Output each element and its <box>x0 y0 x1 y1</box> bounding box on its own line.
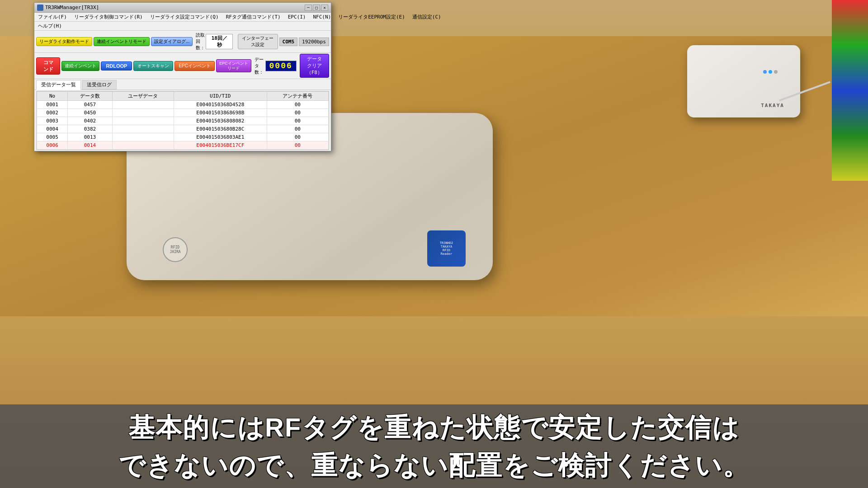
menu-eeprom[interactable]: リーダライタEEPROM設定(E) <box>336 14 407 20</box>
menu-bar: ファイル(F) リーダライタ制御コマンド(R) リーダライタ設定コマンド(Q) … <box>34 13 331 22</box>
menu-help[interactable]: ヘルプ(H) <box>36 23 64 29</box>
toolbar-row-1: リーダライタ動作モード 連続インベントリモード 設定ダイアログ... 読取回数：… <box>34 31 331 53</box>
cell-uid: E004015036803AE1 <box>174 133 267 141</box>
cell-uid: E004015036808082 <box>174 117 267 125</box>
data-table: No データ数 ユーザデータ UID/TID アンテナ番号 0001 0457 … <box>37 91 329 150</box>
cell-no: 0003 <box>37 117 68 125</box>
data-table-container: No データ数 ユーザデータ UID/TID アンテナ番号 0001 0457 … <box>36 91 329 150</box>
cell-no: 0006 <box>37 141 68 150</box>
cell-antenna: 00 <box>267 101 328 109</box>
menu-nfc[interactable]: NFC(N) <box>311 14 333 20</box>
close-button[interactable]: ✕ <box>321 5 328 11</box>
tab-receive-data[interactable]: 受信データ一覧 <box>36 80 81 90</box>
table-row: 0006 0014 E004015036BE17CF 00 <box>37 141 329 150</box>
settings-dialog-button[interactable]: 設定ダイアログ... <box>151 37 193 46</box>
cell-uid: E00401503680B28C <box>174 125 267 133</box>
toolbar-row-2: コマンド 連続インベント RDLOOP オートスキャン EPCインベント EPC… <box>34 53 331 79</box>
cell-user-data <box>112 117 174 125</box>
col-header-uid: UID/TID <box>174 92 267 101</box>
table-row: 0005 0013 E004015036803AE1 00 <box>37 133 329 141</box>
software-window: TR3RWManager[TR3X] ─ □ ✕ ファイル(F) リーダライタ制… <box>34 2 331 151</box>
right-bg <box>832 0 868 181</box>
table-row: 0001 0457 E0040150368D4528 00 <box>37 101 329 109</box>
continuous-inventory-button[interactable]: 連続インベントリモード <box>94 37 150 46</box>
title-bar: TR3RWManager[TR3X] ─ □ ✕ <box>34 3 331 13</box>
read-count-value: 18回／秒 <box>206 34 233 49</box>
read-count-box: 読取回数： 18回／秒 <box>196 32 233 51</box>
epc-inventory-button[interactable]: EPCインベント <box>175 61 215 71</box>
tab-send-log[interactable]: 送受信ログ <box>82 80 117 89</box>
table-row: 0002 0450 E00401503868698B 00 <box>37 109 329 117</box>
bps-display: 19200bps <box>299 38 329 46</box>
data-count-label: データ数： <box>255 56 264 75</box>
help-bar: ヘルプ(H) <box>34 22 331 31</box>
table-row: 0003 0402 E004015036808082 00 <box>37 117 329 125</box>
data-count-box: データ数： 0006 <box>255 56 297 75</box>
subtitle-bar: 基本的にはRFタグを重ねた状態で安定した交信は できないので、重ならない配置をご… <box>0 404 868 488</box>
rdloop-button[interactable]: RDLOOP <box>101 61 132 70</box>
cell-data-count: 0402 <box>68 117 112 125</box>
cell-antenna: 00 <box>267 109 328 117</box>
col-header-data-count: データ数 <box>68 92 112 101</box>
maximize-button[interactable]: □ <box>313 5 320 11</box>
device-lights <box>763 70 778 74</box>
light-2 <box>769 70 772 74</box>
cell-uid: E004015036BE17CF <box>174 141 267 150</box>
cell-data-count: 0457 <box>68 101 112 109</box>
col-header-no: No <box>37 92 68 101</box>
rfid-logo-badge: RFIDJAIRA <box>163 237 188 262</box>
cell-user-data <box>112 125 174 133</box>
cell-data-count: 0450 <box>68 109 112 117</box>
command-button[interactable]: コマンド <box>36 57 60 75</box>
menu-epc[interactable]: EPC(I) <box>286 14 308 20</box>
cell-user-data <box>112 101 174 109</box>
menu-file[interactable]: ファイル(F) <box>36 14 69 20</box>
window-title: TR3RWManager[TR3X] <box>45 5 99 10</box>
subtitle-line-2: できないので、重ならない配置をご検討ください。 <box>118 448 750 482</box>
takaya-brand-label: TAKAYA <box>761 103 784 108</box>
cell-user-data <box>112 109 174 117</box>
cell-no: 0002 <box>37 109 68 117</box>
cell-user-data <box>112 133 174 141</box>
menu-rf-command[interactable]: RFタグ通信コマンド(T) <box>224 14 283 20</box>
data-clear-button[interactable]: データクリア（F8） <box>300 54 329 78</box>
table-header-row: No データ数 ユーザデータ UID/TID アンテナ番号 <box>37 92 329 101</box>
data-count-value: 0006 <box>265 61 297 71</box>
cell-user-data <box>112 141 174 150</box>
continuous-inv-button[interactable]: 連続インベント <box>61 61 99 71</box>
cell-uid: E00401503868698B <box>174 109 267 117</box>
cell-uid: E0040150368D4528 <box>174 101 267 109</box>
cell-data-count: 0382 <box>68 125 112 133</box>
cell-no: 0004 <box>37 125 68 133</box>
takaya-reader-device: TAKAYA <box>687 45 800 117</box>
cell-no: 0001 <box>37 101 68 109</box>
title-bar-content: TR3RWManager[TR3X] <box>37 5 99 11</box>
minimize-button[interactable]: ─ <box>305 5 312 11</box>
cell-antenna: 00 <box>267 117 328 125</box>
com-port-display: COM5 <box>279 38 298 46</box>
epc-read-button[interactable]: EPCインベントリード <box>216 59 251 73</box>
light-1 <box>763 70 767 74</box>
subtitle-line-1: 基本的にはRFタグを重ねた状態で安定した交信は <box>128 410 740 444</box>
device-label-badge: TR3NHD2TAKAYARFIDReader <box>427 230 466 267</box>
tab-row: 受信データ一覧 送受信ログ <box>34 79 331 90</box>
app-icon <box>37 5 43 11</box>
window-controls: ─ □ ✕ <box>305 5 328 11</box>
cell-data-count: 0014 <box>68 141 112 150</box>
light-3 <box>774 70 778 74</box>
read-count-label: 読取回数： <box>196 32 205 51</box>
menu-comm[interactable]: 通信設定(C) <box>410 14 443 20</box>
table-row: 0004 0382 E00401503680B28C 00 <box>37 125 329 133</box>
cell-antenna: 00 <box>267 133 328 141</box>
menu-reader-config[interactable]: リーダライタ設定コマンド(Q) <box>148 14 221 20</box>
autoscan-button[interactable]: オートスキャン <box>133 61 173 71</box>
interface-settings-button[interactable]: インターフェース設定 <box>238 34 278 49</box>
menu-reader-control[interactable]: リーダライタ制御コマンド(R) <box>72 14 145 20</box>
col-header-antenna: アンテナ番号 <box>267 92 328 101</box>
cell-data-count: 0013 <box>68 133 112 141</box>
cell-antenna: 00 <box>267 141 328 150</box>
col-header-user-data: ユーザデータ <box>112 92 174 101</box>
cell-no: 0005 <box>37 133 68 141</box>
cell-antenna: 00 <box>267 125 328 133</box>
reader-mode-button[interactable]: リーダライタ動作モード <box>36 37 92 46</box>
